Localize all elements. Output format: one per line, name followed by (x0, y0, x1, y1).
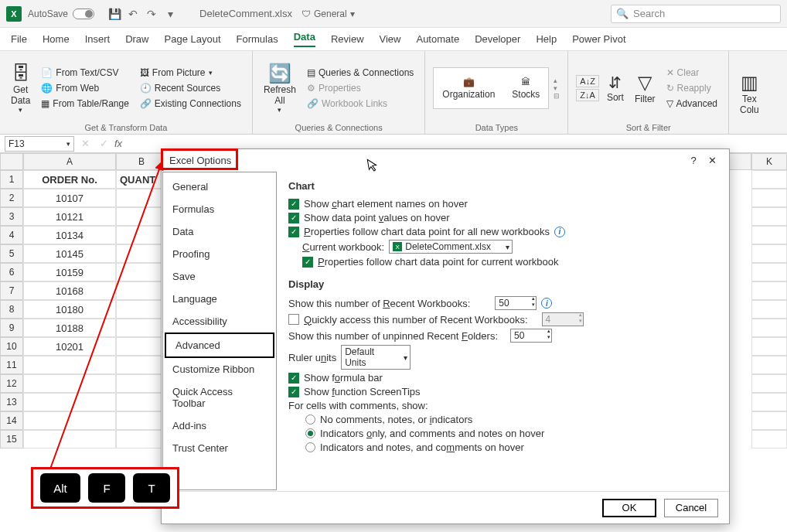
cell[interactable] (116, 337, 167, 356)
row-header[interactable]: 9 (0, 319, 23, 337)
enter-icon[interactable]: ✓ (96, 136, 111, 152)
info-icon[interactable]: i (541, 298, 552, 309)
cell[interactable] (751, 281, 787, 300)
filter-button[interactable]: ▽ Filter (632, 54, 659, 121)
cell[interactable] (751, 170, 787, 189)
search-input[interactable]: 🔍 Search (611, 5, 781, 23)
cell[interactable] (116, 430, 167, 448)
ruler-units-combo[interactable]: Default Units (341, 345, 411, 370)
cell[interactable]: 10168 (23, 281, 116, 300)
checkbox-checked-icon[interactable]: ✓ (288, 199, 299, 210)
sidebar-item-general[interactable]: General (163, 176, 276, 198)
gallery-up-icon[interactable]: ▴ (554, 77, 560, 84)
row-header[interactable]: 10 (0, 337, 23, 356)
cell[interactable]: ORDER No. (23, 170, 116, 189)
organization-type[interactable]: 💼Organization (442, 77, 495, 100)
from-table-button[interactable]: ▦From Table/Range (38, 97, 132, 111)
cell[interactable] (751, 319, 787, 337)
cell[interactable] (116, 300, 167, 319)
checkbox-checked-icon[interactable]: ✓ (288, 227, 299, 237)
row-header[interactable]: 15 (0, 430, 23, 448)
recent-folders-spinner[interactable]: 50 (510, 329, 552, 343)
sidebar-item-data[interactable]: Data (163, 220, 276, 243)
text-to-columns-button[interactable]: ▥ Tex Colu (737, 54, 762, 132)
cell[interactable]: 10159 (23, 263, 116, 281)
tab-automate[interactable]: Automate (416, 33, 459, 45)
cell[interactable]: 10180 (23, 300, 116, 319)
autosave-toggle[interactable]: AutoSave (28, 9, 94, 19)
cell[interactable] (116, 393, 167, 411)
tab-formulas[interactable]: Formulas (237, 33, 278, 45)
cell[interactable] (23, 393, 116, 411)
cell[interactable] (116, 374, 167, 393)
tab-insert[interactable]: Insert (85, 33, 111, 45)
sort-button[interactable]: ⇵ Sort (604, 54, 627, 121)
cell[interactable] (23, 430, 116, 448)
checkbox-unchecked-icon[interactable] (288, 314, 299, 325)
cell[interactable]: 10188 (23, 319, 116, 337)
cell[interactable] (751, 244, 787, 263)
column-header-b[interactable]: B (116, 153, 167, 170)
cell[interactable] (116, 226, 167, 244)
tab-data[interactable]: Data (294, 31, 315, 47)
help-button[interactable]: ? (684, 151, 703, 169)
sidebar-item-quick-access-toolbar[interactable]: Quick Access Toolbar (163, 380, 276, 414)
sidebar-item-trust-center[interactable]: Trust Center (163, 437, 276, 459)
row-header[interactable]: 1 (0, 170, 23, 189)
cell[interactable]: 10134 (23, 226, 116, 244)
recent-sources-button[interactable]: 🕘Recent Sources (137, 81, 244, 95)
sidebar-item-advanced[interactable]: Advanced (165, 332, 274, 358)
cell[interactable] (751, 300, 787, 319)
cell[interactable] (116, 263, 167, 281)
cell[interactable]: 10107 (23, 189, 116, 207)
tab-file[interactable]: File (11, 33, 27, 45)
fx-icon[interactable]: fx (114, 138, 122, 149)
cell[interactable] (23, 374, 116, 393)
ok-button[interactable]: OK (602, 499, 656, 517)
toggle-off-icon[interactable] (73, 9, 94, 19)
cell[interactable] (751, 337, 787, 356)
qat-dropdown-icon[interactable]: ▾ (162, 6, 178, 22)
cell[interactable] (751, 263, 787, 281)
from-text-csv-button[interactable]: 📄From Text/CSV (38, 66, 132, 80)
get-data-button[interactable]: 🗄 Get Data ▾ (8, 54, 33, 121)
radio-checked-icon[interactable] (305, 428, 315, 438)
cell[interactable] (23, 356, 116, 374)
cell[interactable] (116, 207, 167, 226)
cell[interactable] (751, 374, 787, 393)
row-header[interactable]: 7 (0, 281, 23, 300)
row-header[interactable]: 11 (0, 356, 23, 374)
queries-connections-button[interactable]: ▤Queries & Connections (304, 66, 417, 80)
checkbox-checked-icon[interactable]: ✓ (302, 257, 313, 268)
tab-page-layout[interactable]: Page Layout (165, 33, 221, 45)
cancel-button[interactable]: Cancel (664, 499, 718, 517)
column-header-a[interactable]: A (23, 153, 116, 170)
tab-review[interactable]: Review (331, 33, 364, 45)
sidebar-item-language[interactable]: Language (163, 288, 276, 310)
cell[interactable] (751, 226, 787, 244)
current-workbook-combo[interactable]: X DeleteComment.xlsx (389, 240, 513, 254)
cell[interactable] (116, 244, 167, 263)
gallery-down-icon[interactable]: ▾ (554, 84, 560, 92)
checkbox-checked-icon[interactable]: ✓ (288, 373, 299, 384)
row-header[interactable]: 8 (0, 300, 23, 319)
row-header[interactable]: 5 (0, 244, 23, 263)
dialog-titlebar[interactable]: Excel Options ? ✕ (162, 149, 729, 171)
sidebar-item-formulas[interactable]: Formulas (163, 198, 276, 220)
cell[interactable] (751, 430, 787, 448)
cell[interactable] (751, 207, 787, 226)
sidebar-item-add-ins[interactable]: Add-ins (163, 414, 276, 437)
tab-power-pivot[interactable]: Power Pivot (572, 33, 625, 45)
radio-unchecked-icon[interactable] (305, 414, 315, 425)
checkbox-checked-icon[interactable]: ✓ (288, 213, 299, 223)
refresh-all-button[interactable]: 🔄 Refresh All ▾ (261, 54, 299, 121)
gallery-more-icon[interactable]: ⊟ (554, 92, 560, 100)
chevron-down-icon[interactable]: ▾ (66, 140, 70, 148)
row-header[interactable]: 14 (0, 411, 23, 430)
sidebar-item-customize-ribbon[interactable]: Customize Ribbon (163, 358, 276, 380)
select-all-corner[interactable] (0, 153, 23, 170)
name-box[interactable]: F13▾ (5, 136, 74, 152)
checkbox-checked-icon[interactable]: ✓ (288, 387, 299, 397)
sidebar-item-accessibility[interactable]: Accessibility (163, 310, 276, 332)
tab-view[interactable]: View (380, 33, 401, 45)
